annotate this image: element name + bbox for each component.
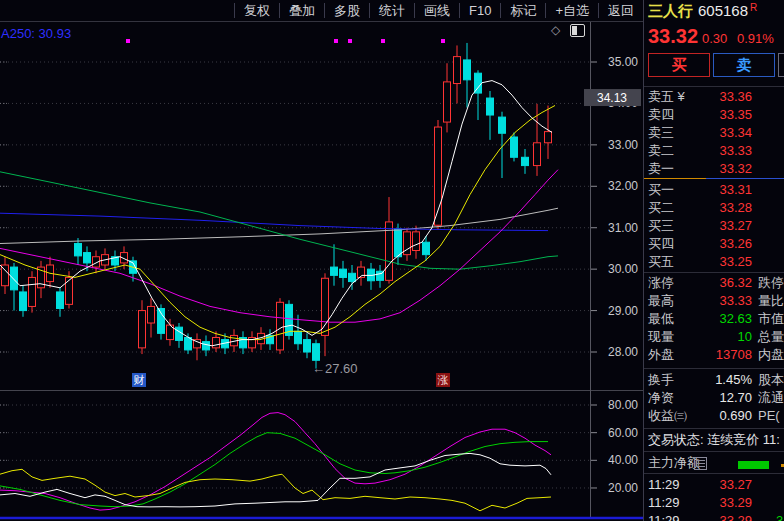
bid-level-label: 买三 — [648, 217, 674, 235]
stat-label-col2: 跌停 — [758, 274, 784, 292]
ask-level-label: 卖一 — [648, 160, 674, 178]
ask-level-label: 卖四 — [648, 106, 674, 124]
stat-value: 33.33 — [672, 292, 752, 310]
stat-row: 净资12.70流通 — [644, 389, 784, 407]
low-price-annotation: ←27.60 — [312, 361, 358, 376]
candle-body — [66, 277, 73, 304]
candle-body — [349, 273, 356, 281]
stat-label: 最高 — [648, 292, 674, 310]
candle-body — [57, 292, 64, 309]
tick-price: 33.29 — [672, 512, 752, 521]
main-flow-row: 主力净额 — [644, 454, 784, 472]
margin-flag: R — [750, 2, 757, 13]
candle-body — [286, 304, 293, 335]
bid-row: 买三33.27 — [644, 217, 784, 235]
candle-body — [84, 253, 91, 263]
bid-ask-divider — [644, 178, 784, 179]
toolbar-item-多股[interactable]: 多股 — [324, 3, 369, 18]
stat-row: 涨停36.32跌停 — [644, 274, 784, 292]
list-icon[interactable] — [694, 457, 707, 470]
candle-body — [304, 340, 311, 352]
ma-magenta-line — [0, 170, 558, 323]
stat-value: 36.32 — [672, 274, 752, 292]
zhang-event-badge[interactable]: 涨 — [436, 373, 450, 387]
signal-dot — [381, 39, 385, 43]
candle-body — [203, 342, 210, 350]
ma-gray-line — [0, 208, 558, 243]
sub-green-line — [0, 433, 548, 507]
ask-price: 33.32 — [672, 160, 752, 178]
toolbar-item-返回[interactable]: 返回 — [598, 3, 643, 18]
stock-code: 605168 — [698, 2, 748, 19]
toolbar-item-+自选[interactable]: +自选 — [545, 3, 598, 18]
signal-dot — [441, 39, 445, 43]
trade-status-row: 交易状态: 连续竞价 11: — [644, 431, 784, 449]
candle-body — [340, 269, 347, 277]
stat-row: 最高33.33量比 — [644, 292, 784, 310]
stock-name: 三人行 — [648, 2, 693, 19]
stat-label: 涨停 — [648, 274, 674, 292]
stat-label: 外盘 — [648, 346, 674, 364]
panel-divider — [644, 451, 784, 452]
tick-row: 11:2933.27 — [644, 476, 784, 494]
y-axis-label: 32.00 — [608, 179, 638, 193]
panel-divider — [644, 368, 784, 369]
stat-label: 净资 — [648, 389, 674, 407]
trade-button-sell[interactable]: 卖 — [713, 53, 775, 77]
toolbar-item-叠加[interactable]: 叠加 — [279, 3, 324, 18]
candle-body — [522, 157, 529, 165]
flow-positive-bar — [738, 461, 769, 469]
toolbar-item-标记[interactable]: 标记 — [500, 3, 545, 18]
panel-layout-icon[interactable] — [570, 24, 585, 37]
candle-body — [413, 232, 420, 251]
toolbar-item-画线[interactable]: 画线 — [414, 3, 459, 18]
stat-label-col2: 股本 — [758, 371, 784, 389]
ask-price: 33.36 — [672, 88, 752, 106]
candle-body — [213, 338, 220, 348]
ask-row: 卖四33.35 — [644, 106, 784, 124]
indicator-chart[interactable]: 80.0060.0040.0020.00 — [0, 390, 643, 521]
bid-row: 买一33.31 — [644, 181, 784, 199]
last-price: 33.32 — [648, 25, 698, 48]
panel-divider — [644, 473, 784, 474]
candle-body — [277, 302, 284, 350]
bid-price: 33.26 — [672, 235, 752, 253]
bid-price: 33.27 — [672, 217, 752, 235]
stock-title-row: 三人行605168R — [648, 2, 757, 21]
trade-button-buy[interactable]: 买 — [648, 53, 710, 77]
stat-label-col2: 流通 — [758, 389, 784, 407]
candle-body — [444, 82, 451, 122]
candle-body — [11, 267, 18, 290]
price-change: 0.30 — [702, 31, 727, 46]
toolbar-item-F10[interactable]: F10 — [459, 3, 500, 18]
candle-body — [395, 229, 402, 257]
stat-label-col2: 量比 — [758, 292, 784, 310]
diamond-marker-icon[interactable]: ◇ — [551, 23, 560, 37]
ask-price: 33.33 — [672, 142, 752, 160]
candle-body — [185, 338, 192, 350]
y-axis-label: 28.00 — [608, 345, 638, 359]
signal-dot — [348, 39, 352, 43]
stat-row: 换手1.45%股本 — [644, 371, 784, 389]
candle-body — [148, 306, 155, 323]
panel-divider — [644, 86, 784, 87]
panel-divider — [644, 272, 784, 273]
candle-body — [20, 292, 27, 311]
main-flow-label: 主力净额 — [648, 454, 700, 472]
toolbar-item-复权[interactable]: 复权 — [234, 3, 279, 18]
candlestick-chart[interactable]: 35.0034.0033.0032.0031.0030.0029.0028.00… — [0, 22, 643, 390]
bid-row: 买二33.28 — [644, 199, 784, 217]
ask-price: 33.34 — [672, 124, 752, 142]
toolbar-item-统计[interactable]: 统计 — [369, 3, 414, 18]
bid-level-label: 买四 — [648, 235, 674, 253]
y-axis-label: 40.00 — [608, 453, 638, 467]
stat-label: 现量 — [648, 328, 674, 346]
y-axis-label: 31.00 — [608, 221, 638, 235]
tick-price: 33.27 — [672, 476, 752, 494]
stat-row: 收益㈢0.690PE( — [644, 407, 784, 425]
trade-button-order[interactable] — [778, 53, 784, 77]
ask-row: 卖二33.33 — [644, 142, 784, 160]
candle-body — [487, 98, 494, 115]
bid-level-label: 买五 — [648, 253, 674, 271]
cai-event-badge[interactable]: 财 — [132, 373, 146, 387]
